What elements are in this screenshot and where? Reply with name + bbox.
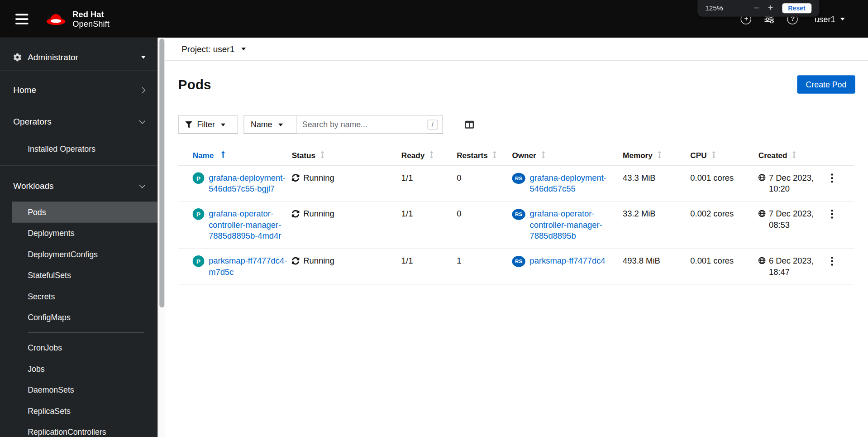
search-scope-dropdown[interactable]: Name [243,115,296,134]
pod-badge: P [193,208,205,220]
create-pod-button[interactable]: Create Pod [797,75,855,93]
chevron-down-icon [141,56,146,59]
table-row: P grafana-deployment-546dd57c55-bgjl7 Ru… [178,165,854,202]
nav-divider [0,165,158,166]
replicaset-badge: RS [512,256,525,267]
nav-item-replicasets[interactable]: ReplicaSets [12,400,158,421]
sort-icon [541,151,545,158]
column-header-memory[interactable]: Memory [623,145,690,165]
page-header: Pods Create Pod [165,61,868,94]
status-text: Running [303,255,334,266]
page-title: Pods [178,75,211,93]
project-selector[interactable]: Project: user1 [178,43,249,54]
ready-cell: 1/1 [401,202,457,249]
pod-link[interactable]: grafana-operator-controller-manager-7885… [209,208,287,241]
cpu-cell: 0.002 cores [690,202,758,249]
nav-item-workloads[interactable]: Workloads [0,170,158,202]
zoom-level: 125% [705,5,723,12]
created-timestamp: 7 Dec 2023, 08:53 [769,208,823,231]
nav-label: DeploymentConfigs [28,250,98,259]
memory-cell: 43.3 MiB [623,165,690,202]
pod-badge: P [193,172,205,184]
list-toolbar: Filter Name / [178,115,855,134]
owner-link[interactable]: grafana-operator-controller-manager-7885… [530,208,619,241]
nav-toggle-button[interactable] [13,10,30,28]
table-row: P grafana-operator-controller-manager-78… [178,202,854,249]
sidebar-scrollbar[interactable] [158,38,165,437]
status-text: Running [303,208,334,219]
zoom-reset-button[interactable]: Reset [782,3,811,13]
nav-item-home[interactable]: Home [0,74,158,106]
globe-icon [758,257,766,264]
kebab-menu-button[interactable] [828,255,837,269]
project-bar: Project: user1 [165,38,868,61]
created-timestamp: 7 Dec 2023, 10:20 [769,172,823,194]
chevron-down-icon [221,123,225,126]
nav-label: ConfigMaps [28,313,71,322]
nav-item-secrets[interactable]: Secrets [12,286,158,307]
cpu-cell: 0.001 cores [690,249,758,285]
perspective-label: Administrator [28,53,78,62]
column-header-name[interactable]: Name [178,145,292,165]
column-header-cpu[interactable]: CPU [690,145,758,165]
main-content: Project: user1 Pods Create Pod Filter Na… [165,38,868,437]
ready-cell: 1/1 [401,249,457,285]
column-header-actions [828,145,854,165]
masthead: Red Hat OpenShift + ? user1 [0,0,868,38]
kebab-menu-button[interactable] [828,208,837,221]
column-header-owner[interactable]: Owner [512,145,623,165]
replicaset-badge: RS [512,209,525,220]
nav-item-cronjobs[interactable]: CronJobs [12,337,158,358]
restarts-cell: 0 [457,165,512,202]
restarts-cell: 0 [457,202,512,249]
chevron-down-icon [278,123,283,126]
nav-item-daemonsets[interactable]: DaemonSets [12,379,158,400]
column-header-ready[interactable]: Ready [401,145,457,165]
nav-item-configmaps[interactable]: ConfigMaps [12,307,158,328]
zoom-in-button[interactable]: + [763,3,777,14]
sort-icon [493,151,497,158]
nav-label: Installed Operators [28,144,95,154]
owner-link[interactable]: grafana-deployment-546dd57c55 [530,172,619,194]
nav-item-pods[interactable]: Pods [12,202,158,222]
scrollbar-thumb[interactable] [159,39,164,307]
zoom-out-button[interactable]: − [749,3,763,14]
kebab-menu-button[interactable] [828,172,837,185]
globe-icon [758,210,766,217]
column-header-restarts[interactable]: Restarts [457,145,512,165]
sort-icon [429,151,434,158]
nav-item-statefulsets[interactable]: StatefulSets [12,265,158,286]
column-header-status[interactable]: Status [292,145,401,165]
brand-name: Red Hat [72,10,110,19]
nav-label: Deployments [28,229,75,238]
table-header-row: Name Status Ready Restarts Owner Memory … [178,145,854,165]
filter-dropdown[interactable]: Filter [178,115,238,134]
ready-cell: 1/1 [401,165,457,202]
nav-item-deployments[interactable]: Deployments [12,223,158,244]
hamburger-icon [15,14,28,15]
nav-label: StatefulSets [28,271,71,280]
perspective-switcher[interactable]: Administrator [0,44,158,71]
manage-columns-button[interactable] [463,118,476,131]
nav-label: Secrets [28,292,55,301]
chevron-down-icon [840,18,845,20]
column-header-created[interactable]: Created [758,145,828,165]
chevron-down-icon [241,48,246,50]
pod-badge: P [193,255,205,267]
cpu-cell: 0.001 cores [690,165,758,202]
pod-link[interactable]: parksmap-ff7477dc4-m7d5c [209,255,287,278]
running-status-icon [292,174,300,182]
nav-item-operators[interactable]: Operators [0,106,158,138]
pod-link[interactable]: grafana-deployment-546dd57c55-bgjl7 [209,172,287,194]
nav-item-deploymentconfigs[interactable]: DeploymentConfigs [12,244,158,264]
nav-item-jobs[interactable]: Jobs [12,358,158,379]
nav-item-replicationcontrollers[interactable]: ReplicationControllers [12,422,158,437]
nav-label: Operators [13,116,140,126]
search-input-wrapper: / [296,115,443,134]
brand: Red Hat OpenShift [45,10,110,29]
owner-link[interactable]: parksmap-ff7477dc4 [530,255,606,266]
search-input[interactable] [297,116,427,134]
nav-item-installed-operators[interactable]: Installed Operators [12,137,158,160]
created-timestamp: 6 Dec 2023, 18:47 [769,255,823,278]
filter-icon [186,121,192,128]
